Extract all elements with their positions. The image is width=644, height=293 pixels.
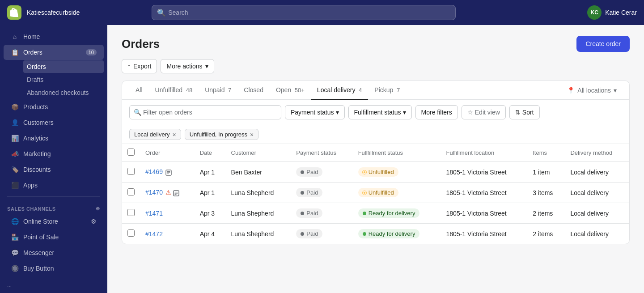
pos-icon: 🏪 <box>11 233 19 241</box>
order-delivery: Local delivery <box>565 203 629 224</box>
order-customer: Luna Shepherd <box>226 203 291 224</box>
sidebar-label-buy-button: Buy Button <box>23 265 54 272</box>
tab-pickup[interactable]: Pickup 7 <box>368 81 406 100</box>
export-button[interactable]: ↑ Export <box>122 59 157 73</box>
order-fulfillment-status: Unfulfilled <box>353 162 441 183</box>
sidebar-label-products: Products <box>23 103 48 110</box>
remove-local-delivery-filter[interactable]: × <box>173 132 176 138</box>
sidebar-item-analytics[interactable]: 📊 Analytics <box>4 131 104 146</box>
order-link-1469[interactable]: #1469 <box>145 168 163 175</box>
location-filter[interactable]: 📍 All locations ▾ <box>562 83 622 98</box>
tabs-bar: All Unfulfilled 48 Unpaid 7 Closed Open … <box>122 81 629 100</box>
sidebar-item-home[interactable]: ⌂ Home <box>4 29 104 44</box>
sidebar-item-customers[interactable]: 👤 Customers <box>4 115 104 130</box>
orders-icon: 📋 <box>11 48 19 56</box>
sidebar-sub-orders[interactable]: Orders <box>23 60 104 73</box>
tab-unfulfilled[interactable]: Unfulfilled 48 <box>149 81 199 100</box>
sidebar-label-messenger: Messenger <box>23 249 54 256</box>
more-filters-button[interactable]: More filters <box>415 105 458 119</box>
orders-table: Order Date Customer Payment status Fullf… <box>122 144 629 244</box>
row-checkbox-1470[interactable] <box>127 188 135 195</box>
col-order: Order <box>140 144 195 162</box>
add-channel-icon[interactable]: ⊕ <box>96 206 100 212</box>
home-icon: ⌂ <box>11 33 19 41</box>
tab-open[interactable]: Open 50+ <box>270 81 311 100</box>
sidebar-item-online-store[interactable]: 🌐 Online Store ⚙ <box>4 214 104 229</box>
filter-search-input[interactable] <box>129 105 281 119</box>
search-input[interactable] <box>152 5 456 20</box>
warning-icon: ⚠ <box>165 189 171 196</box>
order-location: 1805-1 Victoria Street <box>441 203 528 224</box>
location-label: All locations <box>577 87 611 94</box>
sidebar-sub-drafts[interactable]: Drafts <box>23 73 104 86</box>
sidebar-item-apps[interactable]: ⬛ Apps <box>4 178 104 193</box>
tab-closed[interactable]: Closed <box>237 81 270 100</box>
payment-badge: Paid <box>296 188 322 197</box>
sidebar-label-orders: Orders <box>23 49 42 56</box>
payment-status-chevron: ▾ <box>336 109 339 116</box>
table-row: #1471Apr 3Luna ShepherdPaidReady for del… <box>122 203 629 224</box>
filter-search-wrapper: 🔍 <box>129 105 281 119</box>
tab-local-delivery[interactable]: Local delivery 4 <box>311 81 368 100</box>
more-actions-button[interactable]: More actions ▾ <box>161 59 214 73</box>
fulfillment-badge: Ready for delivery <box>358 229 420 238</box>
sidebar-sub-abandoned[interactable]: Abandoned checkouts <box>23 86 104 99</box>
sidebar-item-discounts[interactable]: 🏷️ Discounts <box>4 162 104 177</box>
col-delivery-method: Delivery method <box>565 144 629 162</box>
order-items: 1 item <box>527 162 565 183</box>
marketing-icon: 📣 <box>11 150 19 158</box>
order-link-1470[interactable]: #1470 <box>145 189 163 196</box>
filter-search-icon: 🔍 <box>134 109 141 116</box>
row-checkbox-1472[interactable] <box>127 229 135 237</box>
sidebar-item-pos[interactable]: 🏪 Point of Sale <box>4 229 104 245</box>
payment-status-filter[interactable]: Payment status ▾ <box>285 105 345 119</box>
topnav: Katiescafecurbside 🔍 KC Katie Cerar <box>0 0 644 25</box>
edit-view-button[interactable]: ☆ Edit view <box>462 105 506 119</box>
col-customer: Customer <box>226 144 291 162</box>
tab-unpaid[interactable]: Unpaid 7 <box>199 81 237 100</box>
order-location: 1805-1 Victoria Street <box>441 183 528 203</box>
sidebar-label-analytics: Analytics <box>23 135 48 142</box>
order-date: Apr 3 <box>195 203 226 224</box>
order-payment-status: Paid <box>291 224 352 244</box>
order-location: 1805-1 Victoria Street <box>441 162 528 183</box>
avatar[interactable]: KC <box>587 5 602 20</box>
sidebar-item-buy-button[interactable]: 🔘 Buy Button <box>4 261 104 276</box>
order-link-1471[interactable]: #1471 <box>145 210 163 217</box>
location-chevron-icon: ▾ <box>614 87 617 94</box>
sidebar-item-orders[interactable]: 📋 Orders 10 <box>4 45 104 60</box>
sidebar-label-discounts: Discounts <box>23 166 51 173</box>
row-checkbox-1469[interactable] <box>127 168 135 175</box>
order-payment-status: Paid <box>291 203 352 224</box>
sidebar-item-products[interactable]: 📦 Products <box>4 99 104 115</box>
col-fulfillment-location: Fulfillment location <box>441 144 528 162</box>
discounts-icon: 🏷️ <box>11 166 19 174</box>
sort-button[interactable]: ⇅ Sort <box>509 105 540 119</box>
select-all-checkbox[interactable] <box>127 149 135 156</box>
main-content: Orders Create order ↑ Export More action… <box>107 25 644 293</box>
order-link-1472[interactable]: #1472 <box>145 230 163 238</box>
shopify-logo <box>7 5 21 20</box>
order-fulfillment-status: Unfulfilled <box>353 183 441 203</box>
col-fulfillment-status: Fullfillment status <box>353 144 441 162</box>
order-delivery: Local delivery <box>565 224 629 244</box>
online-store-settings-icon: ⚙ <box>91 218 97 225</box>
create-order-button[interactable]: Create order <box>576 36 630 52</box>
remove-unfulfilled-filter[interactable]: × <box>250 132 254 138</box>
sidebar-item-marketing[interactable]: 📣 Marketing <box>4 146 104 161</box>
sort-icon: ⇅ <box>515 109 521 116</box>
topnav-right: KC Katie Cerar <box>587 5 637 20</box>
store-name: Katiescafecurbside <box>27 9 80 16</box>
sidebar-item-messenger[interactable]: 💬 Messenger <box>4 245 104 260</box>
order-payment-status: Paid <box>291 183 352 203</box>
fulfillment-badge: Unfulfilled <box>358 188 398 197</box>
tab-all[interactable]: All <box>129 81 149 100</box>
search-container: 🔍 <box>152 5 456 20</box>
products-icon: 📦 <box>11 103 19 111</box>
order-customer: Luna Shepherd <box>226 224 291 244</box>
order-fulfillment-status: Ready for delivery <box>353 203 441 224</box>
fulfillment-status-filter[interactable]: Fulfillment status ▾ <box>348 105 412 119</box>
row-checkbox-1471[interactable] <box>127 209 135 216</box>
sidebar-more[interactable]: ... <box>0 276 107 293</box>
order-delivery: Local delivery <box>565 183 629 203</box>
